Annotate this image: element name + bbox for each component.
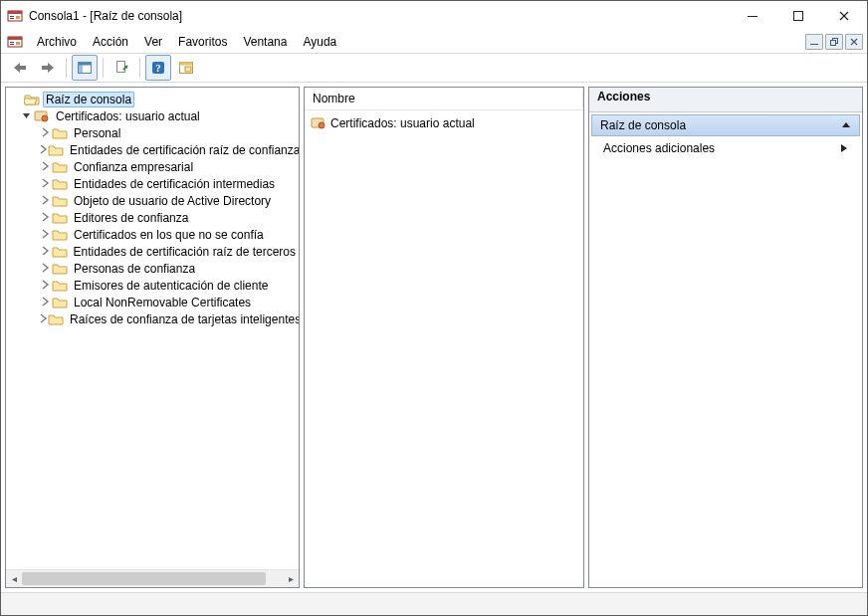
tree-folder[interactable]: Personas de confianza xyxy=(6,260,299,277)
scroll-thumb[interactable] xyxy=(22,572,266,585)
menu-archivo[interactable]: Archivo xyxy=(29,33,85,51)
twisty-closed-icon[interactable] xyxy=(38,297,52,307)
tree-folder-label: Local NonRemovable Certificates xyxy=(71,295,254,310)
actions-more-label: Acciones adicionales xyxy=(603,141,715,155)
list-pane: Nombre Certificados: usuario actual xyxy=(304,87,584,588)
svg-text:?: ? xyxy=(155,62,161,74)
list-column-header[interactable]: Nombre xyxy=(305,88,583,110)
tree-folder[interactable]: Entidades de certificación raíz de terce… xyxy=(6,243,299,260)
tree-folder[interactable]: Personal xyxy=(6,124,299,141)
actions-more[interactable]: Acciones adicionales xyxy=(589,138,862,158)
minimize-button[interactable] xyxy=(730,1,775,31)
tree-folder[interactable]: Raíces de confianza de tarjetas intelige… xyxy=(6,310,299,327)
mdi-minimize-button[interactable] xyxy=(805,34,823,50)
close-button[interactable] xyxy=(821,1,867,31)
menu-ver[interactable]: Ver xyxy=(136,33,170,51)
back-button[interactable] xyxy=(7,55,33,81)
svg-point-27 xyxy=(42,115,48,121)
tree-root[interactable]: Raíz de consola xyxy=(6,91,299,107)
actions-section[interactable]: Raíz de consola xyxy=(591,114,860,136)
scroll-left-icon[interactable]: ◂ xyxy=(6,570,22,587)
mdi-close-button[interactable] xyxy=(845,34,863,50)
submenu-arrow-icon xyxy=(840,143,848,153)
new-window-button[interactable] xyxy=(173,55,199,81)
menu-favoritos[interactable]: Favoritos xyxy=(170,33,235,51)
list-item[interactable]: Certificados: usuario actual xyxy=(311,114,577,131)
tree-folder-label: Personas de confianza xyxy=(71,261,198,277)
svg-rect-6 xyxy=(794,12,803,21)
list-body: Certificados: usuario actual xyxy=(305,110,583,587)
app-icon xyxy=(7,8,23,24)
twisty-closed-icon[interactable] xyxy=(38,229,52,239)
tree-folder-label: Confianza empresarial xyxy=(71,159,196,175)
menu-accion[interactable]: Acción xyxy=(85,33,136,51)
help-button[interactable]: ? xyxy=(145,55,171,81)
twisty-closed-icon[interactable] xyxy=(38,263,52,273)
tree-folder-label: Certificados en los que no se confía xyxy=(71,227,267,243)
tree-folder[interactable]: Editores de confianza xyxy=(6,209,299,226)
tree-pane: Raíz de consola Certificados: usuario ac… xyxy=(5,87,300,588)
tree-folder-label: Raíces de confianza de tarjetas intelige… xyxy=(67,311,299,327)
folder-icon xyxy=(52,245,68,259)
twisty-closed-icon[interactable] xyxy=(38,195,52,205)
tree-folder[interactable]: Local NonRemovable Certificates xyxy=(6,294,299,310)
tree-folder[interactable]: Entidades de certificación intermedias xyxy=(6,175,299,192)
svg-rect-2 xyxy=(10,16,14,17)
svg-rect-5 xyxy=(748,16,758,17)
tree-folder-label: Personal xyxy=(71,125,123,141)
show-hide-tree-button[interactable] xyxy=(72,55,98,81)
certificate-store-icon xyxy=(311,116,326,130)
tree-folder[interactable]: Emisores de autenticación de cliente xyxy=(6,277,299,294)
status-bar xyxy=(1,592,867,615)
folder-icon xyxy=(52,126,68,140)
tree-folder[interactable]: Entidades de certificación raíz de confi… xyxy=(6,141,299,158)
folder-icon xyxy=(52,211,68,225)
tree-certificates[interactable]: Certificados: usuario actual xyxy=(6,107,299,124)
collapse-section-icon[interactable] xyxy=(841,120,851,130)
folder-icon xyxy=(52,177,68,191)
twisty-closed-icon[interactable] xyxy=(38,280,52,290)
tree-folder[interactable]: Confianza empresarial xyxy=(6,158,299,175)
tree-folder[interactable]: Certificados en los que no se confía xyxy=(6,226,299,243)
folder-open-icon xyxy=(24,93,40,106)
twisty-closed-icon[interactable] xyxy=(38,178,52,188)
twisty-closed-icon[interactable] xyxy=(38,313,48,323)
export-button[interactable] xyxy=(108,55,134,81)
tree-certificates-label: Certificados: usuario actual xyxy=(53,108,203,124)
tree-folder-label: Editores de confianza xyxy=(71,210,191,226)
column-nombre[interactable]: Nombre xyxy=(305,90,583,107)
mdi-restore-button[interactable] xyxy=(825,34,843,50)
scroll-right-icon[interactable]: ▸ xyxy=(283,570,299,587)
menu-ayuda[interactable]: Ayuda xyxy=(295,33,344,51)
actions-section-label: Raíz de consola xyxy=(600,118,686,132)
tree-root-label: Raíz de consola xyxy=(43,92,134,107)
certificate-store-icon xyxy=(34,109,50,123)
document-icon xyxy=(7,34,23,50)
folder-icon xyxy=(52,279,68,293)
forward-button[interactable] xyxy=(35,55,61,81)
folder-icon xyxy=(52,296,68,309)
twisty-closed-icon[interactable] xyxy=(38,161,52,171)
maximize-button[interactable] xyxy=(775,1,821,31)
menu-ventana[interactable]: Ventana xyxy=(235,33,295,51)
svg-rect-19 xyxy=(79,63,92,66)
horizontal-scrollbar[interactable]: ◂ ▸ xyxy=(6,569,299,587)
svg-rect-20 xyxy=(117,62,125,73)
twisty-open-icon[interactable] xyxy=(20,110,34,120)
svg-rect-12 xyxy=(810,44,818,45)
twisty-closed-icon[interactable] xyxy=(38,127,52,137)
svg-rect-8 xyxy=(8,37,22,40)
twisty-closed-icon[interactable] xyxy=(38,144,48,154)
tree-folder-label: Emisores de autenticación de cliente xyxy=(71,278,271,294)
svg-rect-25 xyxy=(185,67,191,72)
toolbar-separator xyxy=(139,58,140,78)
folder-icon xyxy=(52,228,68,242)
twisty-closed-icon[interactable] xyxy=(38,246,52,256)
list-item-label: Certificados: usuario actual xyxy=(330,116,475,130)
tree-folder-label: Objeto de usuario de Active Directory xyxy=(71,193,274,209)
tree-folder[interactable]: Objeto de usuario de Active Directory xyxy=(6,192,299,209)
twisty-closed-icon[interactable] xyxy=(38,212,52,222)
svg-rect-14 xyxy=(831,41,836,46)
folder-icon xyxy=(52,262,68,276)
window-title: Consola1 - [Raíz de consola] xyxy=(29,9,730,23)
